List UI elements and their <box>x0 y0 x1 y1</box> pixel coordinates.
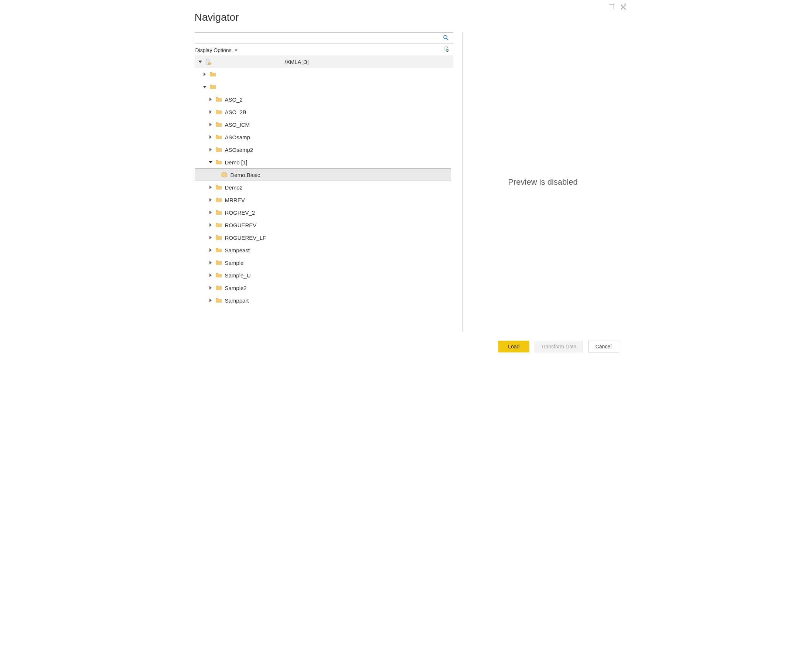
tree-node: ASO_ICM <box>195 118 453 131</box>
tree-row[interactable]: ASO_2B <box>195 105 453 118</box>
tree-node: Sample <box>195 257 453 269</box>
refresh-icon[interactable] <box>444 46 453 54</box>
tree-node: ASOsamp <box>195 131 453 143</box>
tree-row[interactable]: MRREV <box>195 194 453 206</box>
expand-icon[interactable] <box>202 72 207 77</box>
expand-icon[interactable] <box>208 273 213 278</box>
folder-icon <box>215 184 222 191</box>
svg-rect-38 <box>216 274 222 277</box>
chevron-down-icon <box>235 49 238 51</box>
close-icon[interactable] <box>621 4 627 10</box>
tree-label: ASOsamp2 <box>225 147 253 153</box>
expand-icon[interactable] <box>208 147 213 152</box>
maximize-icon[interactable] <box>609 4 614 9</box>
expand-icon[interactable] <box>208 222 213 228</box>
tree-label: ASOsamp <box>225 134 250 141</box>
tree-node: Demo.Basic <box>195 168 453 181</box>
svg-line-1 <box>446 38 448 40</box>
tree-node: Sample2 <box>195 281 453 294</box>
tree-row[interactable]: ASOsamp2 <box>195 143 453 156</box>
collapse-icon[interactable] <box>202 84 207 89</box>
footer: Load Transform Data Cancel <box>182 332 631 361</box>
tree-row[interactable]: /XMLA [3] <box>195 55 453 68</box>
tree-row[interactable]: Demo [1] <box>195 156 453 168</box>
svg-rect-8 <box>210 86 216 89</box>
folder-icon <box>215 134 222 141</box>
tree-node: ASOsamp2 <box>195 143 453 156</box>
tree-row[interactable]: ASO_2 <box>195 93 453 105</box>
expand-icon[interactable] <box>208 109 213 115</box>
search-box[interactable] <box>195 32 453 44</box>
tree-row[interactable]: Sample2 <box>195 281 453 294</box>
folder-icon <box>215 146 222 153</box>
display-options-dropdown[interactable]: Display Options <box>195 47 238 53</box>
expand-icon[interactable] <box>208 285 213 290</box>
tree-node: /XMLA [3]ASO_2ASO_2BASO_ICMASOsampASOsam… <box>195 55 453 307</box>
dialog-body: Display Options /XMLA [3]ASO_2ASO_2BASO_… <box>182 32 631 332</box>
expand-icon[interactable] <box>208 97 213 102</box>
expand-icon[interactable] <box>208 260 213 265</box>
options-row: Display Options <box>195 44 453 55</box>
expand-icon[interactable] <box>208 235 213 240</box>
tree-node <box>195 68 453 81</box>
tree-row[interactable]: Sampeast <box>195 244 453 257</box>
svg-rect-20 <box>216 161 222 164</box>
tree-row[interactable]: ROGUEREV_LF <box>195 231 453 244</box>
tree-row[interactable]: ASO_ICM <box>195 118 453 131</box>
tree-row[interactable]: Demo.Basic <box>195 168 451 181</box>
search-icon[interactable] <box>439 34 453 42</box>
display-options-label: Display Options <box>195 47 232 53</box>
server-icon <box>205 58 212 65</box>
tree-row[interactable]: Sample_U <box>195 269 453 281</box>
tree-scroll[interactable]: /XMLA [3]ASO_2ASO_2BASO_ICMASOsampASOsam… <box>195 55 453 332</box>
tree-label: ROGREV_2 <box>225 209 255 216</box>
tree-label: Demo2 <box>225 184 243 191</box>
collapse-icon[interactable] <box>198 59 203 64</box>
tree-row[interactable]: Demo2 <box>195 181 453 194</box>
tree-label: Sampeast <box>225 247 250 254</box>
svg-rect-36 <box>216 261 222 265</box>
expand-icon[interactable] <box>208 122 213 127</box>
tree-row[interactable] <box>195 68 453 81</box>
transform-data-button: Transform Data <box>534 341 583 353</box>
folder-icon <box>215 284 222 291</box>
folder-icon <box>215 272 222 278</box>
tree-node: ROGUEREV <box>195 219 453 231</box>
tree-wrap: /XMLA [3]ASO_2ASO_2BASO_ICMASOsampASOsam… <box>195 55 453 332</box>
tree-node: ASO_2 <box>195 93 453 105</box>
tree-row[interactable]: ROGUEREV <box>195 219 453 231</box>
svg-rect-16 <box>216 136 222 139</box>
preview-message: Preview is disabled <box>508 177 577 187</box>
tree-row[interactable]: ROGREV_2 <box>195 206 453 219</box>
expand-icon[interactable] <box>208 185 213 190</box>
load-button[interactable]: Load <box>498 341 530 353</box>
expand-icon[interactable] <box>208 248 213 253</box>
tree-row[interactable] <box>195 81 453 93</box>
tree-node: MRREV <box>195 194 453 206</box>
svg-rect-32 <box>216 236 222 240</box>
preview-panel: Preview is disabled <box>462 32 624 332</box>
svg-rect-40 <box>216 286 222 290</box>
tree-row[interactable]: ASOsamp <box>195 131 453 143</box>
expand-icon[interactable] <box>208 134 213 140</box>
collapse-icon[interactable] <box>208 160 213 165</box>
tree-label: Sample_U <box>225 272 251 278</box>
expand-icon[interactable] <box>208 210 213 215</box>
search-input[interactable] <box>195 33 439 43</box>
tree-row[interactable]: Sample <box>195 257 453 269</box>
tree-node: ROGUEREV_LF <box>195 231 453 244</box>
tree-label: Sample <box>225 260 244 266</box>
svg-rect-12 <box>216 110 222 114</box>
tree-node: ROGREV_2 <box>195 206 453 219</box>
folder-icon <box>215 297 222 304</box>
tree-label: Sample2 <box>225 285 247 291</box>
expand-icon[interactable] <box>208 197 213 202</box>
folder-icon <box>215 247 222 254</box>
tree-label: ROGUEREV <box>225 222 257 228</box>
tree-row[interactable]: Samppart <box>195 294 453 307</box>
folder-icon <box>209 71 216 78</box>
tree-label: ASO_2 <box>225 96 243 103</box>
tree-node: Sample_U <box>195 269 453 281</box>
cancel-button[interactable]: Cancel <box>588 341 619 353</box>
expand-icon[interactable] <box>208 298 213 303</box>
